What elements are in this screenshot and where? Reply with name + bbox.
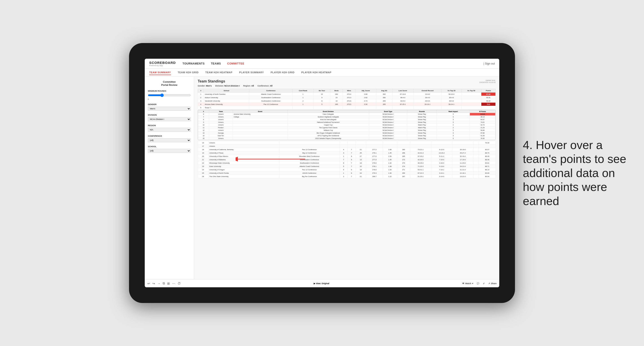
redo-icon[interactable]: ↪ — [152, 282, 155, 285]
points-cell-highlighted[interactable]: 79.5 — [481, 103, 496, 106]
points-cell[interactable]: 76.30 — [479, 141, 496, 145]
watch-button[interactable]: 👁 Watch ▾ — [462, 282, 473, 285]
points-cell[interactable]: 80.94 — [479, 175, 496, 178]
nav-tournaments[interactable]: TOURNAMENTS — [182, 61, 205, 66]
view-original-label[interactable]: ▶ View: Original — [314, 282, 329, 285]
event-div-cell: Cabo Collegiate — [288, 113, 369, 116]
school-select[interactable]: (All) — [148, 149, 191, 153]
undo-icon[interactable]: ↩ — [148, 282, 150, 285]
points-cell[interactable]: 97.02 — [481, 93, 496, 96]
event-name-cell: College — [233, 116, 288, 118]
event-col-event: Event — [233, 110, 288, 113]
points-cell[interactable] — [481, 106, 496, 109]
low-score-cell: 87-25-1 — [392, 103, 413, 106]
points-cell[interactable] — [479, 145, 496, 148]
points-cell[interactable]: 93.31 — [481, 96, 496, 99]
adj-score-cell: 1.32 — [383, 161, 397, 165]
grid-icon[interactable]: ⊞ — [167, 282, 170, 285]
event-rank-impact: 3 — [437, 121, 470, 124]
expand-button[interactable]: ⤢ — [483, 282, 485, 285]
event-rank-impact: 3 — [437, 137, 470, 140]
points-cell[interactable]: 88.71 — [479, 165, 496, 168]
adj-score-cell: 1.50 — [383, 155, 397, 158]
event-detail-table: # Team Event Event Division Event Type R… — [198, 110, 496, 140]
event-row: 15 Univers 2023 Sahalee Players Champion… — [198, 137, 496, 140]
event-pts-cell: 74.01 — [470, 121, 496, 124]
annotation: 4. Hover over a team's points to see add… — [523, 138, 640, 208]
conference-select[interactable]: (All) — [148, 138, 191, 142]
event-name-cell — [233, 129, 288, 132]
tab-player-h2h-grid[interactable]: PLAYER H2H GRID — [270, 70, 294, 75]
points-cell[interactable]: 83.07 — [479, 148, 496, 151]
tab-team-summary[interactable]: TEAM SUMMARY — [149, 70, 171, 75]
points-cell[interactable]: 83.89 — [479, 172, 496, 175]
settings-icon[interactable]: ⋯ — [172, 282, 175, 285]
points-cell[interactable]: 90.20 — [481, 99, 496, 103]
event-team-cell: 11 — [198, 126, 209, 129]
conf-rank-cell: 1 — [292, 96, 314, 99]
min-rounds-slider[interactable] — [148, 93, 191, 98]
filter-conference-label: Conference — [148, 135, 191, 137]
comment-icon: 💬 — [477, 282, 479, 285]
avg-sg-cell: 269 — [397, 172, 410, 175]
nav-teams[interactable]: TEAMS — [211, 61, 221, 66]
forward-icon[interactable]: → — [157, 282, 160, 285]
nav-committee[interactable]: COMMITTEE — [227, 61, 244, 66]
bnds-cell — [330, 106, 343, 109]
school-cell: Univers — [208, 141, 279, 145]
points-cell[interactable]: 88.14 — [479, 168, 496, 172]
copy-icon[interactable]: ⧉ — [163, 281, 165, 285]
bnds-cell: 21 — [356, 148, 366, 151]
conf-rank-cell: 8 — [340, 161, 347, 165]
low-score-cell: 42-31-3 — [410, 151, 431, 155]
vs-top25-cell — [452, 145, 473, 148]
avg-sg-cell: 268 — [397, 151, 410, 155]
vs-top25-cell: 13-21-0 — [452, 175, 473, 178]
event-team-cell: 8 — [198, 118, 209, 121]
event-rounds-cell: Stroke Play — [407, 137, 437, 140]
conf-rank-cell — [340, 141, 347, 145]
sign-out-button[interactable]: | Sign out — [484, 62, 495, 65]
table-row: 2 Auburn University Southeastern Confere… — [198, 96, 496, 99]
col-adj-score: Adj. Score — [356, 89, 376, 93]
event-row: 7 Univers College Southern Highlands Col… — [198, 116, 496, 118]
event-col-type: Event Type — [369, 110, 407, 113]
points-cell[interactable]: 88.70 — [479, 151, 496, 155]
no-tour-cell: 6 — [348, 168, 356, 172]
points-cell[interactable]: 83.81 — [479, 161, 496, 165]
gender-select[interactable]: Men's Women's — [148, 107, 191, 111]
low-score-cell — [410, 145, 431, 148]
no-tour-cell: 7 — [348, 165, 356, 168]
conference-filter-label: Conference: All — [258, 85, 272, 87]
no-tour-cell: 8 — [348, 155, 356, 158]
division-select[interactable]: NCAA Division I NCAA Division II NCAA Di… — [148, 117, 191, 121]
timer-icon[interactable]: ⏱ — [178, 282, 181, 285]
tab-player-summary[interactable]: PLAYER SUMMARY — [239, 70, 264, 75]
vs-top25-cell: 24-21-0 — [452, 165, 473, 168]
col-conference: Conference — [249, 89, 292, 93]
rank-cell: 17 — [198, 145, 208, 148]
filter-school: School (All) — [148, 146, 191, 153]
comment-button[interactable]: 💬 — [477, 282, 479, 285]
tab-player-h2h-heatmap[interactable]: PLAYER H2H HEATMAP — [301, 70, 332, 75]
points-cell[interactable]: 86.49 — [479, 155, 496, 158]
low-score-cell — [392, 106, 413, 109]
region-select[interactable]: N/A East West — [148, 128, 191, 132]
no-tour-cell: 6 — [348, 158, 356, 161]
tab-team-h2h-grid[interactable]: TEAM H2H GRID — [178, 70, 198, 75]
overall-record-cell: 4-13-0 — [431, 165, 452, 168]
points-cell[interactable]: 88.48 — [479, 158, 496, 161]
share-button[interactable]: ↗ Share — [488, 282, 496, 285]
col-bnds: Bnds — [330, 89, 343, 93]
vs-top50-cell — [461, 93, 481, 96]
tab-team-h2h-heatmap[interactable]: TEAM H2H HEATMAP — [205, 70, 232, 75]
event-team-name: Univers — [209, 113, 233, 116]
conf-rank-cell: 1 — [340, 172, 347, 175]
adj-score-cell: 1.45 — [383, 158, 397, 161]
eye-icon: 👁 — [462, 282, 464, 285]
vs-top25-cell: 58-24-1 — [442, 103, 461, 106]
event-pts-cell: 84.97 — [470, 118, 496, 121]
event-row: 12 Univers Williams Cup NCAA Division I … — [198, 129, 496, 132]
event-team-cell: 12 — [198, 129, 209, 132]
vs-top25-cell — [442, 106, 461, 109]
